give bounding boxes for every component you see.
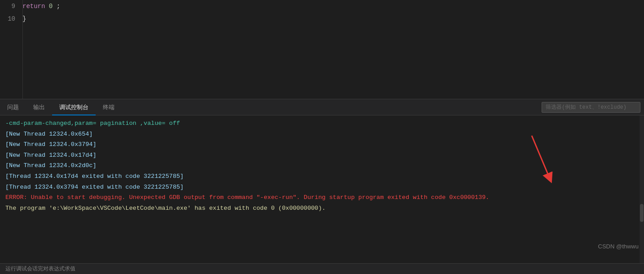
console-line-2: [New Thread 12324.0x654] (0, 129, 644, 140)
console-content: -cmd-param-changed,param= pagination ,va… (0, 115, 644, 263)
scrollbar-thumb[interactable] (640, 204, 644, 222)
line-content-10: } (22, 15, 26, 22)
console-line-1: -cmd-param-changed,param= pagination ,va… (0, 118, 644, 129)
console-line-3: [New Thread 12324.0x3794] (0, 139, 644, 150)
tab-terminal[interactable]: 终端 (96, 100, 122, 115)
console-line-4: [New Thread 12324.0x17d4] (0, 150, 644, 161)
line-content-9: return 0 ; (22, 3, 60, 10)
code-number: 0 (49, 3, 53, 10)
console-line-9: The program 'e:\WorkSpace\VSCode\LeetCod… (0, 203, 644, 214)
code-line-9: 9 return 0 ; (0, 0, 644, 13)
code-line-10: 10 } (0, 13, 644, 25)
status-bar: 运行调试会话完对表达式求值 (0, 263, 644, 274)
line-number-9: 9 (0, 3, 22, 10)
line-number-10: 10 (0, 15, 22, 22)
console-line-6: [Thread 12324.0x17d4 exited with code 32… (0, 171, 644, 182)
status-text: 运行调试会话完对表达式求值 (5, 265, 75, 273)
tab-problems[interactable]: 问题 (0, 100, 26, 115)
tab-bar: 问题 输出 调试控制台 终端 筛选器(例如 text、!exclude) (0, 99, 644, 115)
tab-bar-left: 问题 输出 调试控制台 终端 (0, 99, 122, 115)
code-semicolon: ; (57, 3, 60, 10)
keyword-return: return (22, 3, 45, 10)
code-editor: 9 return 0 ; 10 } (0, 0, 644, 99)
console-line-5: [New Thread 12324.0x2d0c] (0, 160, 644, 171)
tab-debug-console[interactable]: 调试控制台 (52, 100, 96, 115)
tab-output[interactable]: 输出 (26, 100, 52, 115)
csdn-watermark: CSDN @thwwu (598, 243, 639, 250)
console-line-8: ERROR: Unable to start debugging. Unexpe… (0, 192, 644, 203)
filter-box[interactable]: 筛选器(例如 text、!exclude) (542, 102, 640, 113)
panel-container: 问题 输出 调试控制台 终端 筛选器(例如 text、!exclude) -cm… (0, 99, 644, 274)
scrollbar-track[interactable] (640, 115, 644, 263)
console-line-7: [Thread 12324.0x3794 exited with code 32… (0, 182, 644, 193)
